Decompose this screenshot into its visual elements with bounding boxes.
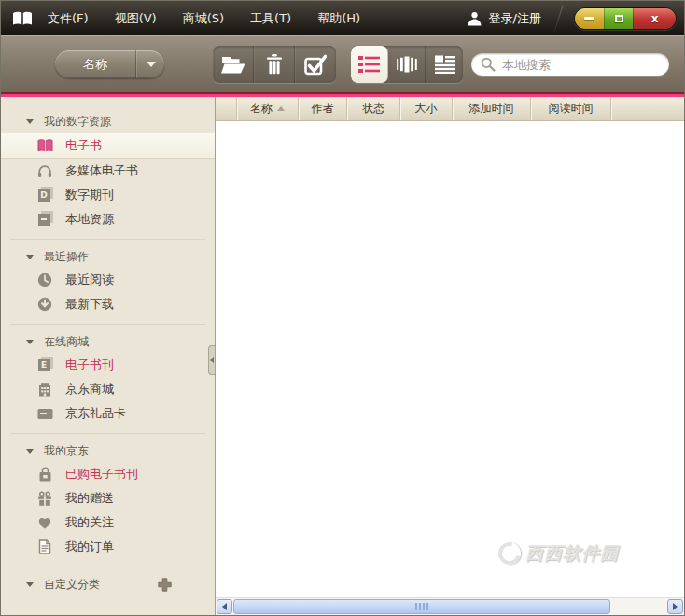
search-input[interactable] — [502, 58, 660, 72]
sidebar-section-custom-categories[interactable]: 自定义分类 — [1, 573, 215, 595]
sidebar-item-label: 本地资源 — [65, 211, 114, 228]
sidebar-item-label: 最新下载 — [65, 296, 114, 313]
open-folder-button[interactable] — [213, 46, 254, 83]
sidebar-item-jd-mall[interactable]: 京东商城 — [1, 377, 215, 401]
scrollbar-grip-icon — [415, 603, 428, 610]
collapse-triangle-icon — [26, 255, 34, 259]
collapse-triangle-icon — [26, 340, 34, 344]
scrollbar-thumb[interactable] — [233, 599, 610, 614]
collapse-triangle-icon — [26, 119, 34, 124]
select-button[interactable] — [295, 46, 336, 83]
local-resource-glyph — [38, 214, 50, 226]
trash-icon — [266, 54, 283, 75]
sidebar-item-recently-read[interactable]: 最近阅读 — [1, 268, 215, 292]
column-label: 作者 — [312, 101, 334, 117]
sidebar-divider — [10, 324, 205, 325]
app-logo-book-icon — [12, 11, 33, 26]
user-icon — [467, 11, 482, 26]
scroll-right-arrow-icon — [673, 603, 678, 610]
sidebar-section-online-mall[interactable]: 在线商城 — [1, 330, 215, 353]
local-resource-icon — [36, 211, 53, 228]
sidebar-item-my-gifts[interactable]: 我的赠送 — [1, 486, 215, 511]
sidebar-item-my-follows[interactable]: 我的关注 — [1, 511, 215, 535]
menu-mall[interactable]: 商城(S) — [181, 7, 226, 30]
checkbox-check-icon — [304, 54, 327, 76]
sort-dropdown[interactable]: 名称 — [55, 50, 164, 78]
sidebar-divider — [10, 239, 205, 240]
sidebar-item-purchased-ebooks[interactable]: 已购电子书刊 — [1, 462, 215, 486]
sidebar-section-my-jd[interactable]: 我的京东 — [1, 440, 215, 462]
section-title: 自定义分类 — [44, 577, 100, 593]
sidebar-item-ebook-publications[interactable]: E 电子书刊 — [1, 353, 215, 377]
sidebar-item-label: 最近阅读 — [65, 272, 114, 288]
sidebar-item-jd-gift-card[interactable]: 京东礼品卡 — [1, 401, 215, 426]
list-view-button[interactable] — [351, 46, 388, 83]
sidebar-divider — [10, 433, 205, 434]
gift-icon — [36, 490, 53, 507]
sidebar-item-latest-downloads[interactable]: 最新下载 — [1, 292, 215, 316]
sidebar-item-label: 数字期刊 — [65, 187, 114, 203]
close-button[interactable]: x — [633, 8, 676, 29]
coverflow-view-button[interactable] — [388, 46, 426, 83]
watermark-text: 西西软件园 — [525, 541, 619, 566]
gift-card-icon — [36, 405, 53, 422]
sidebar-item-label: 电子书 — [65, 137, 102, 154]
menu-view[interactable]: 视图(V) — [113, 7, 159, 30]
add-category-button[interactable] — [158, 578, 172, 592]
column-size[interactable]: 大小 — [399, 97, 452, 120]
sidebar-item-label: 京东礼品卡 — [65, 405, 126, 422]
sidebar-item-my-orders[interactable]: 我的订单 — [1, 535, 215, 559]
column-added-time[interactable]: 添加时间 — [452, 97, 530, 120]
login-label: 登录/注册 — [489, 10, 541, 27]
dropdown-arrow-icon — [147, 62, 156, 67]
sidebar-item-multimedia-ebooks[interactable]: 多媒体电子书 — [1, 159, 215, 183]
sidebar-item-label: 我的赠送 — [65, 490, 114, 507]
shopping-bag-icon — [36, 466, 53, 483]
column-spacer — [216, 97, 236, 120]
column-status[interactable]: 状态 — [346, 97, 399, 120]
watermark-logo-icon — [495, 539, 525, 569]
scroll-left-button[interactable] — [217, 599, 232, 614]
journal-d-glyph: D — [38, 189, 50, 202]
app-window: 文件(F) 视图(V) 商城(S) 工具(T) 帮助(H) 登录/注册 x 名称 — [0, 0, 685, 616]
section-title: 在线商城 — [44, 334, 89, 350]
sidebar-item-local-resources[interactable]: 本地资源 — [1, 207, 215, 231]
column-author[interactable]: 作者 — [298, 97, 346, 120]
section-title: 最近操作 — [44, 249, 89, 265]
collapse-triangle-icon — [26, 449, 34, 454]
menu-file[interactable]: 文件(F) — [46, 7, 91, 30]
menubar: 文件(F) 视图(V) 商城(S) 工具(T) 帮助(H) — [46, 7, 362, 30]
toolbar: 名称 — [1, 35, 684, 92]
column-read-time[interactable]: 阅读时间 — [530, 97, 610, 120]
menu-help[interactable]: 帮助(H) — [315, 7, 362, 30]
sidebar-section-my-digital-resources[interactable]: 我的数字资源 — [1, 110, 215, 133]
sidebar-divider — [10, 567, 205, 567]
sidebar-item-ebooks[interactable]: 电子书 — [1, 133, 215, 159]
login-register-button[interactable]: 登录/注册 — [467, 10, 541, 27]
scrollbar-track[interactable] — [611, 599, 666, 614]
menu-tools[interactable]: 工具(T) — [248, 7, 293, 30]
column-name[interactable]: 名称 — [236, 97, 298, 120]
sidebar-item-label: 已购电子书刊 — [65, 466, 138, 483]
chevron-down-icon[interactable] — [136, 50, 164, 78]
sidebar-item-digital-journals[interactable]: D 数字期刊 — [1, 183, 215, 207]
sidebar-item-label: 京东商城 — [65, 381, 114, 398]
book-list-area: 西西软件园 — [216, 121, 684, 597]
maximize-button[interactable] — [604, 8, 633, 29]
clock-icon — [36, 272, 53, 288]
section-title: 我的京东 — [44, 443, 89, 459]
column-label: 添加时间 — [469, 101, 514, 117]
document-icon — [36, 539, 53, 555]
sidebar-collapse-handle[interactable] — [208, 345, 215, 375]
sidebar-item-label: 电子书刊 — [65, 357, 114, 373]
sidebar-section-recent-actions[interactable]: 最近操作 — [1, 245, 215, 268]
delete-button[interactable] — [254, 46, 295, 83]
column-label: 大小 — [415, 101, 438, 117]
column-filler — [610, 97, 684, 120]
minimize-button[interactable] — [575, 8, 604, 29]
heart-icon — [36, 514, 53, 531]
detail-view-button[interactable] — [426, 46, 463, 83]
scroll-right-button[interactable] — [667, 599, 683, 614]
plus-icon — [158, 578, 172, 592]
watermark: 西西软件园 — [498, 541, 619, 566]
